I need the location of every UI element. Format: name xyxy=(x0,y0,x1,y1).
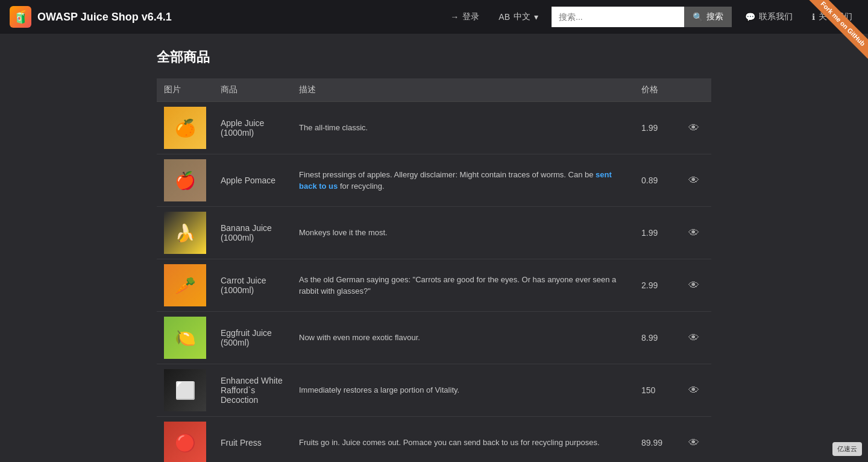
product-action-cell: 👁 xyxy=(676,207,711,259)
product-view-button[interactable]: 👁 xyxy=(684,172,704,189)
product-price: 89.99 xyxy=(634,417,676,463)
products-list: 🍊Apple Juice (1000ml)The all-time classi… xyxy=(157,102,711,463)
product-description: The all-time classic. xyxy=(292,102,634,154)
login-label: 登录 xyxy=(462,11,479,22)
navbar: 🧃 OWASP Juice Shop v6.4.1 → 登录 AB 中文 ▾ 🔍… xyxy=(0,0,868,34)
search-input[interactable] xyxy=(552,7,684,27)
product-image-cell: 🍎 xyxy=(157,154,213,207)
table-row: ⬜Enhanced White Rafford`s DecoctionImmed… xyxy=(157,364,711,417)
search-button[interactable]: 🔍 搜索 xyxy=(684,7,732,27)
product-view-button[interactable]: 👁 xyxy=(684,119,704,137)
github-ribbon-label: Fork me on GitHub xyxy=(808,0,868,59)
product-name: Enhanced White Rafford`s Decoction xyxy=(213,364,292,417)
bottom-badge: 亿速云 xyxy=(832,442,862,456)
product-price: 150 xyxy=(634,364,676,417)
brand-icon: 🧃 xyxy=(10,6,31,28)
product-name: Carrot Juice (1000ml) xyxy=(213,259,292,312)
product-price: 1.99 xyxy=(634,102,676,154)
table-row: 🍋Eggfruit Juice (500ml)Now with even mor… xyxy=(157,312,711,364)
product-description: Finest pressings of apples. Allergy disc… xyxy=(292,154,634,207)
eye-icon: 👁 xyxy=(688,384,699,396)
product-image-cell: ⬜ xyxy=(157,364,213,417)
table-row: 🔴Fruit PressFruits go in. Juice comes ou… xyxy=(157,417,711,463)
product-description: Immediately restores a large portion of … xyxy=(292,364,634,417)
product-view-button[interactable]: 👁 xyxy=(684,382,704,399)
search-area: 🔍 搜索 xyxy=(552,7,732,27)
table-row: 🥕Carrot Juice (1000ml)As the old German … xyxy=(157,259,711,312)
product-view-button[interactable]: 👁 xyxy=(684,434,704,452)
product-name: Eggfruit Juice (500ml) xyxy=(213,312,292,364)
brand: 🧃 OWASP Juice Shop v6.4.1 xyxy=(10,6,172,28)
product-image: 🍌 xyxy=(164,212,206,254)
product-price: 2.99 xyxy=(634,259,676,312)
product-action-cell: 👁 xyxy=(676,154,711,207)
col-header-product: 商品 xyxy=(213,78,292,102)
github-ribbon[interactable]: Fork me on GitHub xyxy=(796,0,868,72)
col-header-image: 图片 xyxy=(157,78,213,102)
contact-icon: 💬 xyxy=(745,12,755,22)
lang-selector[interactable]: AB 中文 ▾ xyxy=(492,8,544,26)
eye-icon: 👁 xyxy=(688,279,699,291)
product-action-cell: 👁 xyxy=(676,102,711,154)
page-title: 全部商品 xyxy=(157,48,711,66)
col-header-action xyxy=(676,78,711,102)
chevron-down-icon: ▾ xyxy=(534,12,538,22)
product-image-cell: 🥕 xyxy=(157,259,213,312)
products-table: 图片 商品 描述 价格 🍊Apple Juice (1000ml)The all… xyxy=(157,78,711,462)
app-title: OWASP Juice Shop v6.4.1 xyxy=(37,11,172,24)
product-description: Monkeys love it the most. xyxy=(292,207,634,259)
eye-icon: 👁 xyxy=(688,437,699,449)
product-price: 1.99 xyxy=(634,207,676,259)
product-image: 🍎 xyxy=(164,159,206,201)
product-image: 🍊 xyxy=(164,107,206,149)
table-row: 🍌Banana Juice (1000ml)Monkeys love it th… xyxy=(157,207,711,259)
lang-icon: AB xyxy=(498,12,510,22)
product-action-cell: 👁 xyxy=(676,364,711,417)
login-icon: → xyxy=(450,12,459,22)
product-image: 🥕 xyxy=(164,264,206,306)
col-header-description: 描述 xyxy=(292,78,634,102)
eye-icon: 👁 xyxy=(688,122,699,134)
eye-icon: 👁 xyxy=(688,332,699,344)
contact-button[interactable]: 💬 联系我们 xyxy=(739,8,799,26)
product-name: Banana Juice (1000ml) xyxy=(213,207,292,259)
product-name: Apple Juice (1000ml) xyxy=(213,102,292,154)
product-image-cell: 🔴 xyxy=(157,417,213,463)
product-view-button[interactable]: 👁 xyxy=(684,224,704,242)
product-description: As the old German saying goes: "Carrots … xyxy=(292,259,634,312)
product-description-link[interactable]: sent back to us xyxy=(299,170,612,191)
table-row: 🍎Apple PomaceFinest pressings of apples.… xyxy=(157,154,711,207)
table-row: 🍊Apple Juice (1000ml)The all-time classi… xyxy=(157,102,711,154)
product-price: 8.99 xyxy=(634,312,676,364)
main-content: 全部商品 图片 商品 描述 价格 🍊Apple Juice (1000ml)Th… xyxy=(145,34,723,462)
product-action-cell: 👁 xyxy=(676,259,711,312)
product-image: 🍋 xyxy=(164,317,206,359)
product-view-button[interactable]: 👁 xyxy=(684,329,704,347)
product-image-cell: 🍊 xyxy=(157,102,213,154)
lang-label: 中文 xyxy=(514,11,530,22)
table-header: 图片 商品 描述 价格 xyxy=(157,78,711,102)
product-action-cell: 👁 xyxy=(676,417,711,463)
product-name: Fruit Press xyxy=(213,417,292,463)
contact-label: 联系我们 xyxy=(759,11,793,22)
product-image: ⬜ xyxy=(164,369,206,411)
product-action-cell: 👁 xyxy=(676,312,711,364)
product-image-cell: 🍋 xyxy=(157,312,213,364)
search-button-label: 搜索 xyxy=(706,11,723,22)
login-button[interactable]: → 登录 xyxy=(444,8,485,26)
search-icon: 🔍 xyxy=(693,12,703,22)
col-header-price: 价格 xyxy=(634,78,676,102)
product-description: Fruits go in. Juice comes out. Pomace yo… xyxy=(292,417,634,463)
product-image-cell: 🍌 xyxy=(157,207,213,259)
product-description: Now with even more exotic flavour. xyxy=(292,312,634,364)
eye-icon: 👁 xyxy=(688,174,699,186)
product-view-button[interactable]: 👁 xyxy=(684,277,704,294)
eye-icon: 👁 xyxy=(688,227,699,239)
product-price: 0.89 xyxy=(634,154,676,207)
product-name: Apple Pomace xyxy=(213,154,292,207)
product-image: 🔴 xyxy=(164,422,206,462)
